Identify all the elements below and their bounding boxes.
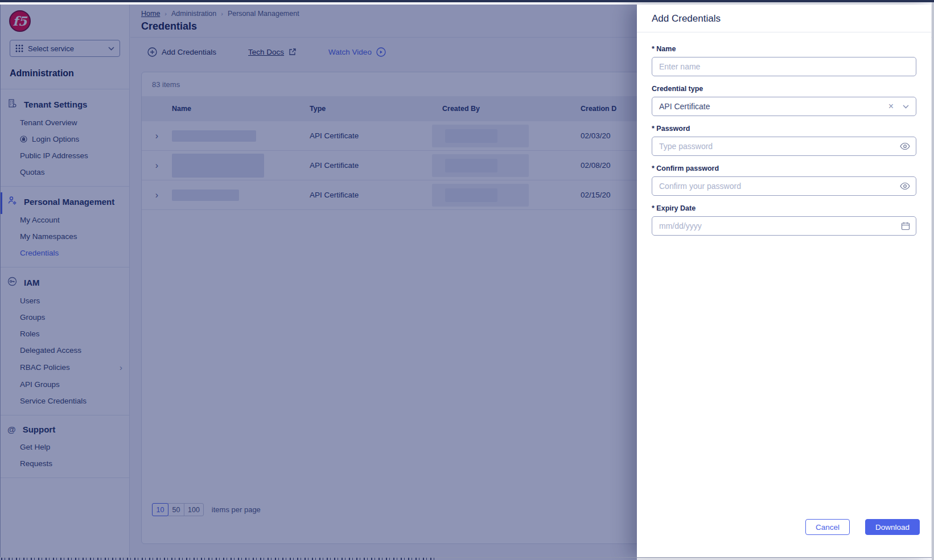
name-field-label: * Name bbox=[652, 45, 916, 53]
expiry-date-field-label: * Expiry Date bbox=[652, 204, 916, 212]
cancel-button[interactable]: Cancel bbox=[805, 519, 850, 535]
show-password-eye-icon[interactable] bbox=[900, 183, 910, 190]
panel-title: Add Credentials bbox=[637, 5, 931, 32]
password-field-label: * Password bbox=[652, 125, 916, 133]
password-input[interactable] bbox=[652, 137, 916, 156]
download-button[interactable]: Download bbox=[865, 519, 920, 535]
confirm-password-field-label: * Confirm password bbox=[652, 164, 916, 172]
show-password-eye-icon[interactable] bbox=[900, 143, 910, 150]
panel-form: * Name Credential type API Certificate ×… bbox=[637, 32, 931, 236]
chevron-down-icon[interactable] bbox=[903, 105, 909, 109]
credential-type-field-label: Credential type bbox=[652, 85, 916, 93]
modal-dim-overlay[interactable] bbox=[0, 5, 637, 560]
credential-type-select[interactable]: API Certificate × bbox=[652, 97, 916, 116]
add-credentials-panel: Add Credentials * Name Credential type A… bbox=[637, 5, 931, 557]
expiry-date-input[interactable] bbox=[652, 216, 916, 236]
credential-type-value: API Certificate bbox=[659, 102, 888, 111]
clear-selection-icon[interactable]: × bbox=[888, 101, 894, 112]
window-bottom-edge bbox=[0, 557, 934, 558]
name-input[interactable] bbox=[652, 57, 916, 76]
app-window: f5 Select service Administration Tenant … bbox=[0, 0, 934, 560]
calendar-icon[interactable] bbox=[901, 221, 910, 230]
panel-footer: Cancel Download bbox=[805, 519, 920, 535]
confirm-password-input[interactable] bbox=[652, 176, 916, 196]
